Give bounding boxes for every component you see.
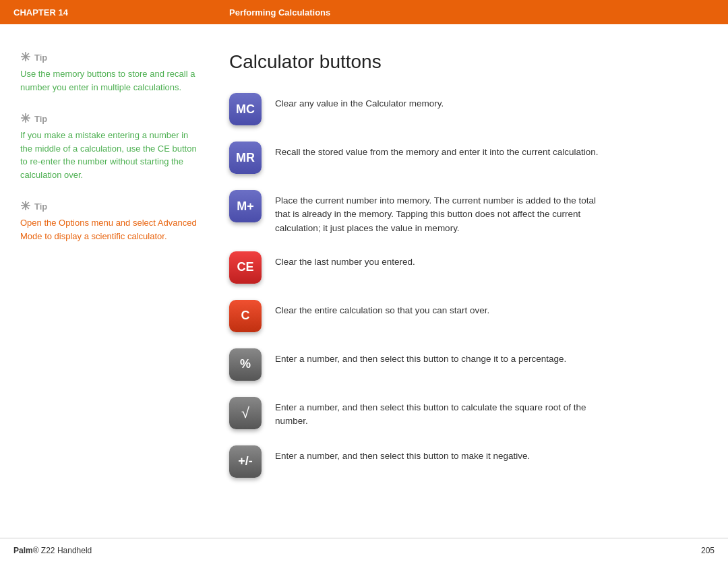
button-row-mc: MC Clear any value in the Calculator mem… bbox=[229, 93, 701, 125]
button-row-mr: MR Recall the stored value from the memo… bbox=[229, 142, 701, 174]
page-title: Calculator buttons bbox=[229, 51, 701, 73]
tip-asterisk-2: ✳ bbox=[20, 113, 30, 125]
tip-header-1: ✳ Tip bbox=[20, 51, 202, 63]
tip-header-2: ✳ Tip bbox=[20, 113, 202, 125]
tip-label-3: Tip bbox=[34, 201, 47, 212]
tip-block-2: ✳ Tip If you make a mistake entering a n… bbox=[20, 113, 202, 181]
sidebar: ✳ Tip Use the memory buttons to store an… bbox=[0, 24, 216, 538]
ce-button[interactable]: CE bbox=[229, 251, 262, 284]
posneg-button[interactable]: +/- bbox=[229, 445, 262, 478]
mr-button[interactable]: MR bbox=[229, 142, 262, 174]
tip-text-2: If you make a mistake entering a number … bbox=[20, 129, 202, 181]
posneg-description: Enter a number, and then select this but… bbox=[275, 445, 530, 463]
pct-description: Enter a number, and then select this but… bbox=[275, 348, 566, 366]
main-content: ✳ Tip Use the memory buttons to store an… bbox=[0, 24, 728, 538]
page-header: CHAPTER 14 Performing Calculations bbox=[0, 0, 728, 24]
footer-brand-name: Palm bbox=[13, 546, 33, 555]
footer-brand: Palm® Z22 Handheld bbox=[13, 546, 92, 555]
sqrt-button[interactable]: √ bbox=[229, 397, 262, 429]
mplus-description: Place the current number into memory. Th… bbox=[275, 190, 599, 235]
c-button[interactable]: C bbox=[229, 300, 262, 332]
button-row-pct: % Enter a number, and then select this b… bbox=[229, 348, 701, 381]
button-row-sqrt: √ Enter a number, and then select this b… bbox=[229, 397, 701, 429]
c-description: Clear the entire calculation so that you… bbox=[275, 300, 489, 317]
sqrt-description: Enter a number, and then select this but… bbox=[275, 397, 599, 429]
mr-description: Recall the stored value from the memory … bbox=[275, 142, 599, 159]
tip-asterisk-3: ✳ bbox=[20, 200, 30, 212]
tip-block-3: ✳ Tip Open the Options menu and select A… bbox=[20, 200, 202, 243]
footer-trademark: ® bbox=[33, 546, 39, 555]
tip-text-3: Open the Options menu and select Advance… bbox=[20, 216, 202, 243]
ce-description: Clear the last number you entered. bbox=[275, 251, 415, 269]
content-area: Calculator buttons MC Clear any value in… bbox=[216, 24, 728, 538]
header-chapter: CHAPTER 14 bbox=[13, 7, 229, 18]
tip-header-3: ✳ Tip bbox=[20, 200, 202, 212]
button-row-ce: CE Clear the last number you entered. bbox=[229, 251, 701, 284]
mc-button[interactable]: MC bbox=[229, 93, 262, 125]
header-section-title: Performing Calculations bbox=[229, 7, 330, 18]
tip-label-1: Tip bbox=[34, 53, 47, 63]
button-row-mplus: M+ Place the current number into memory.… bbox=[229, 190, 701, 235]
button-row-c: C Clear the entire calculation so that y… bbox=[229, 300, 701, 332]
tip-asterisk-1: ✳ bbox=[20, 51, 30, 63]
mc-description: Clear any value in the Calculator memory… bbox=[275, 93, 444, 111]
footer-page-number: 205 bbox=[701, 546, 715, 555]
tip-label-2: Tip bbox=[34, 114, 47, 124]
tip-block-1: ✳ Tip Use the memory buttons to store an… bbox=[20, 51, 202, 94]
button-row-posneg: +/- Enter a number, and then select this… bbox=[229, 445, 701, 478]
percent-button[interactable]: % bbox=[229, 348, 262, 381]
mplus-button[interactable]: M+ bbox=[229, 190, 262, 222]
page-footer: Palm® Z22 Handheld 205 bbox=[0, 538, 728, 562]
tip-text-1: Use the memory buttons to store and reca… bbox=[20, 67, 202, 94]
footer-model: Z22 Handheld bbox=[39, 546, 92, 555]
